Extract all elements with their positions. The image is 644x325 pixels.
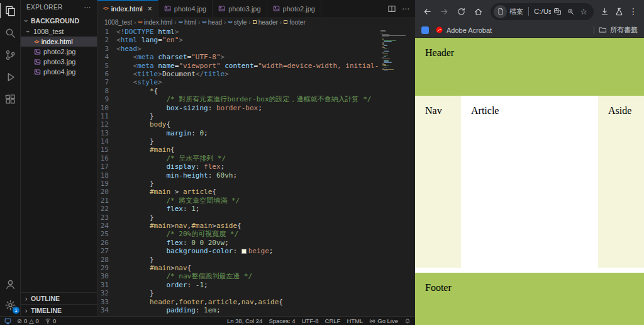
downloads-icon[interactable]	[600, 7, 609, 16]
problems-indicator[interactable]: ⊘0 △0	[17, 317, 39, 324]
go-live-button[interactable]: Go Live	[369, 317, 398, 324]
code-line[interactable]: 4 <meta charset="UTF-8">	[97, 53, 379, 61]
code-line[interactable]: 7 <style>	[97, 78, 379, 86]
explorer-more-icon[interactable]: ⋯	[84, 3, 91, 11]
editor-code[interactable]: 1<!DOCTYPE html>2<html lang="en">3<head>…	[97, 28, 379, 316]
code-line[interactable]: 34 padding: 1em;	[97, 306, 379, 314]
code-token: }	[116, 289, 154, 297]
breadcrumb-item[interactable]: 1008_test	[104, 19, 132, 26]
code-line[interactable]: 30 /* nav整個跑到最左邊 */	[97, 272, 379, 280]
code-line[interactable]: 12 body{	[97, 120, 379, 128]
code-token: }	[116, 112, 154, 120]
code-line[interactable]: 32 }	[97, 289, 379, 297]
breadcrumb-item[interactable]: index.html	[144, 19, 173, 26]
encoding[interactable]: UTF-8	[302, 317, 319, 324]
outline-panel[interactable]: › OUTLINE	[21, 292, 97, 304]
code-line[interactable]: 26 flex: 0 0 20vw;	[97, 239, 379, 247]
code-line[interactable]: 33 header,footer,article,nav,aside{	[97, 298, 379, 306]
ports-indicator[interactable]: 0	[45, 317, 56, 324]
file-photo4[interactable]: photo4.jpg	[21, 67, 97, 77]
code-line[interactable]: 27 background-color: beige;	[97, 247, 379, 255]
code-line[interactable]: 29 #main>nav{	[97, 264, 379, 272]
source-control-icon[interactable]	[3, 48, 17, 62]
cursor-position[interactable]: Ln 38, Col 24	[227, 317, 263, 324]
indentation[interactable]: Spaces: 4	[269, 317, 295, 324]
code-line[interactable]: 2<html lang="en">	[97, 36, 379, 44]
code-token	[116, 298, 150, 306]
eol-selector[interactable]: CRLF	[325, 317, 341, 324]
folder-1008-test[interactable]: › 1008_test	[21, 26, 97, 37]
explorer-section-background[interactable]: › BACKGROUND	[21, 14, 97, 26]
file-photo2[interactable]: photo2.jpg	[21, 47, 97, 57]
site-info-icon[interactable]	[494, 5, 507, 18]
close-tab-icon[interactable]: ×	[148, 4, 152, 13]
code-line[interactable]: 21 /* 將文章空間填滿 */	[97, 197, 379, 205]
html-file-icon: <>	[138, 20, 142, 25]
code-line[interactable]: 11 }	[97, 112, 379, 120]
code-line[interactable]: 5 <meta name="viewport" content="width=d…	[97, 62, 379, 70]
forward-button[interactable]	[436, 4, 452, 20]
notifications-bell-icon[interactable]	[404, 318, 411, 324]
breadcrumb-item[interactable]: header	[258, 19, 278, 26]
all-bookmarks-button[interactable]: 所有書籤	[599, 25, 638, 35]
settings-gear-icon[interactable]: 1	[3, 298, 17, 312]
timeline-panel[interactable]: › TIMELINE	[21, 304, 97, 316]
bookmark-star-icon[interactable]: ☆	[580, 8, 587, 16]
translate-icon[interactable]	[553, 8, 562, 16]
url-text[interactable]: C:/Use...	[534, 8, 551, 15]
editor-more-icon[interactable]: ⋯	[402, 4, 409, 13]
css-rule-symbol-icon	[284, 20, 287, 24]
tab-photo2[interactable]: photo2.jpg	[267, 0, 321, 17]
bookmark-adobe-acrobat[interactable]: Adobe Acrobat	[435, 26, 492, 34]
flask-icon[interactable]	[614, 7, 624, 16]
language-mode[interactable]: HTML	[347, 317, 363, 324]
tab-photo3[interactable]: photo3.jpg	[213, 0, 267, 17]
code-line[interactable]: 22 flex: 1;	[97, 205, 379, 213]
code-line[interactable]: 14 }	[97, 137, 379, 145]
code-line[interactable]: 19 }	[97, 180, 379, 188]
back-button[interactable]	[419, 4, 435, 20]
code-line[interactable]: 18 min-height: 60vh;	[97, 171, 379, 180]
minimap[interactable]	[379, 29, 415, 316]
browser-menu-icon[interactable]: ⋮	[629, 6, 638, 16]
code-line[interactable]: 17 display: flex;	[97, 162, 379, 171]
zoom-icon[interactable]	[567, 8, 575, 16]
remote-indicator[interactable]	[4, 317, 11, 324]
code-line[interactable]: 28 }	[97, 256, 379, 264]
tab-photo4[interactable]: photo4.jpg	[158, 0, 213, 17]
split-editor-icon[interactable]	[387, 4, 396, 13]
code-line[interactable]: 13 margin: 0;	[97, 129, 379, 137]
code-line[interactable]: 3<head>	[97, 45, 379, 53]
code-line[interactable]: 16 /* 呈水平排列 */	[97, 154, 379, 162]
code-line[interactable]: 10 box-sizing: border-box;	[97, 104, 379, 112]
breadcrumb-item[interactable]: style	[234, 19, 247, 26]
code-line[interactable]: 6 <title>Document</title>	[97, 70, 379, 78]
breadcrumb-item[interactable]: html	[184, 19, 196, 26]
line-number: 11	[97, 112, 116, 120]
file-photo3[interactable]: photo3.jpg	[21, 57, 97, 67]
code-line[interactable]: 1<!DOCTYPE html>	[97, 28, 379, 36]
search-icon[interactable]	[3, 26, 17, 40]
reload-button[interactable]	[453, 4, 469, 20]
code-line[interactable]: 24 #main>nav,#main>aside{	[97, 222, 379, 230]
code-line[interactable]: 25 /* 20%的可視寬度 */	[97, 230, 379, 238]
tab-index-html[interactable]: <> index.html ×	[97, 0, 158, 17]
bookmark-favicon[interactable]	[421, 26, 429, 34]
code-line[interactable]: 23 }	[97, 214, 379, 222]
breadcrumb-item[interactable]: footer	[289, 19, 306, 26]
breadcrumb-item[interactable]: head	[208, 19, 222, 26]
url-scheme-chip[interactable]: 檔案	[509, 7, 523, 16]
code-line[interactable]: 31 order: -1;	[97, 281, 379, 289]
code-line[interactable]: 9 /* 對所有元素進行border-box的設定，邊框就不會納入計算 */	[97, 95, 379, 103]
accounts-icon[interactable]	[3, 277, 17, 291]
code-line[interactable]: 15 #main{	[97, 145, 379, 154]
run-debug-icon[interactable]	[3, 70, 17, 84]
code-line[interactable]: 8 *{	[97, 87, 379, 95]
explorer-icon[interactable]	[3, 4, 17, 18]
file-index-html[interactable]: <> index.html	[21, 37, 97, 47]
chevron-down-icon: ›	[25, 29, 32, 35]
address-bar[interactable]: 檔案 C:/Use... ☆	[491, 3, 594, 20]
code-line[interactable]: 20 #main > article{	[97, 188, 379, 196]
extensions-icon[interactable]	[3, 92, 17, 106]
home-button[interactable]	[470, 4, 486, 20]
